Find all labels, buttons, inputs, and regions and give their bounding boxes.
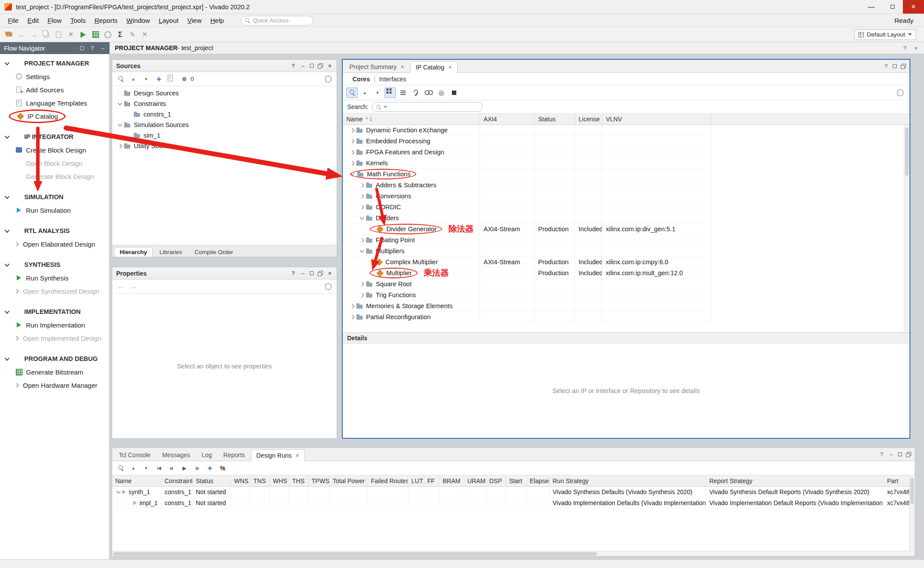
expand-icon[interactable] [349, 149, 355, 155]
customize-ip-icon[interactable] [410, 87, 422, 98]
design-run-row[interactable]: impl_1 constrs_1 Not started [112, 498, 915, 509]
document-tab[interactable]: Project Summary [344, 61, 410, 73]
expand-icon[interactable] [359, 237, 365, 243]
sources-settings-icon[interactable] [323, 74, 334, 84]
expand-icon[interactable] [349, 138, 355, 144]
open-project-icon[interactable] [4, 29, 15, 40]
design-runs-column-header[interactable]: Status [193, 475, 231, 486]
create-run-icon[interactable] [204, 463, 216, 473]
minimize-icon[interactable]: – [300, 270, 306, 277]
bottom-tab[interactable]: Design Runs [251, 449, 305, 461]
expand-icon[interactable] [349, 303, 355, 309]
maximize-icon[interactable] [898, 452, 902, 456]
source-tree-row[interactable]: Constraints [112, 98, 337, 109]
menu-item[interactable]: Help [206, 15, 228, 26]
flow-nav-entry[interactable]: Run Synthesis [0, 271, 109, 284]
vertical-scrollbar[interactable] [904, 125, 909, 332]
flow-collapse-icon[interactable]: – [100, 45, 106, 51]
settings-icon[interactable] [102, 29, 114, 40]
flow-nav-entry[interactable]: Create Block Design [0, 143, 109, 157]
design-runs-column-header[interactable]: Elapsed [527, 475, 550, 486]
report-summary-icon[interactable] [114, 29, 126, 40]
flow-nav-entry[interactable]: IP INTEGRATOR [0, 130, 109, 143]
undo-icon[interactable] [16, 29, 27, 40]
delete-icon[interactable] [65, 29, 77, 40]
program-device-icon[interactable] [90, 29, 101, 40]
relative-values-icon[interactable] [217, 463, 228, 473]
menu-item[interactable]: Edit [23, 15, 43, 26]
help-icon[interactable]: ? [879, 451, 884, 458]
run-icon[interactable] [77, 29, 89, 40]
bottom-tab[interactable]: Log [196, 449, 217, 461]
expand-icon[interactable] [349, 314, 355, 320]
collapse-all-icon[interactable] [128, 74, 139, 84]
horizontal-scrollbar[interactable] [112, 551, 915, 556]
maximize-button[interactable] [882, 0, 903, 14]
expand-icon[interactable] [117, 143, 123, 149]
flow-nav-entry[interactable]: Open Implemented Design [0, 331, 109, 345]
next-run-icon[interactable] [191, 463, 203, 473]
search-icon[interactable] [346, 87, 358, 98]
source-tree-row[interactable]: Design Sources [112, 88, 337, 98]
menu-item[interactable]: Layout [154, 15, 183, 26]
collapse-all-icon[interactable] [128, 463, 139, 473]
expand-icon[interactable] [117, 101, 123, 106]
float-icon[interactable] [318, 63, 323, 69]
flow-nav-entry[interactable]: SYNTHESIS [0, 258, 109, 271]
help-icon[interactable]: ? [290, 270, 296, 277]
ip-tree-row[interactable]: FPGA Features and Design [343, 147, 711, 158]
section-chevron-icon[interactable] [4, 309, 9, 313]
design-runs-column-header[interactable]: WHS [270, 475, 289, 486]
flow-settings-icon[interactable] [80, 46, 84, 51]
sources-tab[interactable]: Compile Order [189, 247, 239, 257]
design-runs-column-header[interactable]: Constraints [161, 475, 193, 486]
source-tree-row[interactable]: Simulation Sources [112, 120, 337, 130]
expand-icon[interactable] [359, 193, 365, 199]
sources-tab[interactable]: Libraries [154, 247, 188, 257]
section-chevron-icon[interactable] [4, 134, 9, 138]
subtab[interactable]: Interfaces [374, 76, 411, 83]
close-icon[interactable]: × [327, 63, 333, 69]
design-runs-column-header[interactable]: LUT [408, 475, 424, 486]
flow-nav-entry[interactable]: RTL ANALYSIS [0, 224, 109, 237]
search-icon[interactable] [115, 74, 126, 84]
ip-tree-row[interactable]: Square Root [343, 279, 711, 290]
expand-icon[interactable] [349, 127, 355, 133]
design-run-row[interactable]: synth_1 constrs_1 Not started [112, 487, 915, 498]
expand-icon[interactable] [359, 204, 365, 210]
maximize-icon[interactable] [310, 271, 314, 275]
quick-access-search[interactable]: Quick Access [241, 16, 313, 25]
edit-source-icon[interactable] [166, 74, 177, 84]
flow-help-icon[interactable]: ? [89, 45, 95, 51]
help-icon[interactable]: ? [290, 63, 296, 69]
section-chevron-icon[interactable] [4, 228, 9, 233]
ip-tree-row[interactable]: Multipliers [343, 246, 711, 257]
close-tab-icon[interactable] [448, 64, 452, 70]
flow-nav-entry[interactable]: Open Hardware Manager [0, 379, 109, 392]
menu-item[interactable]: Flow [43, 15, 66, 26]
first-run-icon[interactable] [153, 463, 165, 473]
minimize-button[interactable]: — [861, 0, 882, 14]
document-tab[interactable]: IP Catalog [410, 61, 458, 73]
section-chevron-icon[interactable] [4, 60, 9, 65]
sources-tab[interactable]: Hierarchy [114, 247, 153, 257]
redo-icon[interactable] [28, 29, 40, 40]
subtab[interactable]: Cores [348, 76, 374, 83]
design-runs-column-header[interactable]: BRAM [440, 475, 464, 486]
ip-status-icon[interactable] [436, 87, 447, 98]
flow-nav-entry[interactable]: SIMULATION [0, 190, 109, 204]
ip-tree-row[interactable]: Embedded Processing [343, 136, 711, 147]
ip-search-input[interactable] [372, 102, 483, 112]
group-by-category-icon[interactable] [385, 87, 396, 98]
bottom-tab[interactable]: Messages [156, 449, 196, 461]
minimize-icon[interactable]: – [888, 451, 894, 458]
ip-tree-row[interactable]: Multiplier 乘法器 Production Included xilin… [343, 268, 711, 279]
ip-tree-row[interactable]: Trig Functions [343, 290, 711, 301]
float-icon[interactable] [906, 452, 911, 457]
expand-icon[interactable] [349, 160, 355, 166]
close-tab-icon[interactable] [296, 452, 299, 459]
design-runs-column-header[interactable]: FF [424, 475, 440, 486]
vertical-scrollbar[interactable] [909, 475, 915, 551]
design-runs-column-header[interactable]: TPWS [308, 475, 330, 486]
flow-nav-entry[interactable]: IMPLEMENTATION [0, 305, 109, 318]
